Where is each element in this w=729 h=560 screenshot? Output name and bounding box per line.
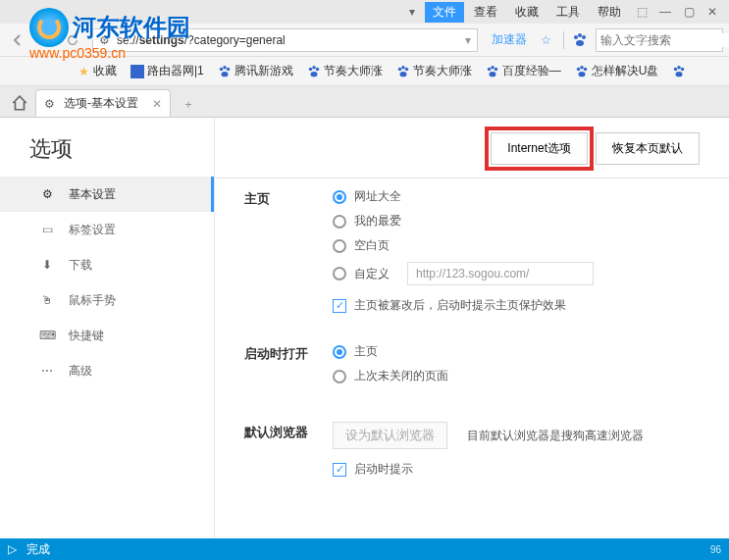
minimize-icon[interactable]: ― xyxy=(657,4,673,20)
bookmarks-bar: ★收藏 路由器网|1 腾讯新游戏 节奏大师涨 节奏大师涨 百度经验— 怎样解决U… xyxy=(0,57,729,86)
sidebar: ⚙基本设置 ▭标签设置 ⬇下载 🖱鼠标手势 ⌨快捷键 ⋯高级 xyxy=(0,118,214,547)
sidebar-item-shortcuts[interactable]: ⌨快捷键 xyxy=(0,318,214,353)
bookmark-item[interactable]: 百度经验— xyxy=(486,63,561,79)
sidebar-item-download[interactable]: ⬇下载 xyxy=(0,247,214,282)
section-label: 主页 xyxy=(244,188,333,314)
menu-favorites[interactable]: 收藏 xyxy=(507,2,547,23)
tab-settings[interactable]: ⚙ 选项-基本设置 ✕ xyxy=(35,89,171,117)
search-input[interactable] xyxy=(600,33,729,47)
app-icon[interactable]: ⬚ xyxy=(634,4,650,20)
home-button[interactable] xyxy=(6,89,33,117)
internet-options-button[interactable]: Internet选项 xyxy=(491,132,588,165)
favorites-label[interactable]: ★收藏 xyxy=(78,63,117,79)
menu-tools[interactable]: 工具 xyxy=(548,2,588,23)
section-startup: 启动时打开 主页 上次未关闭的页面 xyxy=(244,343,709,392)
bookmark-item[interactable]: 节奏大师涨 xyxy=(307,63,383,79)
svg-point-16 xyxy=(488,67,492,71)
default-status: 目前默认浏览器是搜狗高速浏览器 xyxy=(467,428,644,444)
radio-startup-last[interactable] xyxy=(333,370,346,383)
svg-point-1 xyxy=(578,33,582,37)
status-bar: ▷ 完成 96 xyxy=(0,538,729,560)
menu-bar: ▾ 文件 查看 收藏 工具 帮助 ⬚ ― ▢ ✕ xyxy=(0,0,729,24)
section-label: 启动时打开 xyxy=(244,343,333,392)
sidebar-item-advanced[interactable]: ⋯高级 xyxy=(0,353,214,388)
sidebar-item-basic[interactable]: ⚙基本设置 xyxy=(0,177,214,212)
bookmark-item[interactable]: 节奏大师涨 xyxy=(396,63,472,79)
sidebar-item-gestures[interactable]: 🖱鼠标手势 xyxy=(0,282,214,318)
svg-point-11 xyxy=(310,72,317,76)
svg-point-9 xyxy=(312,65,316,69)
svg-point-22 xyxy=(584,67,588,71)
svg-point-3 xyxy=(576,40,584,46)
svg-point-13 xyxy=(401,65,405,69)
bookmark-item[interactable] xyxy=(672,65,686,78)
sidebar-item-label: 下载 xyxy=(69,257,92,274)
star-icon: ★ xyxy=(78,65,89,78)
gear-icon: ⚙ xyxy=(44,97,58,111)
svg-point-5 xyxy=(223,65,227,69)
menu-help[interactable]: 帮助 xyxy=(590,2,629,23)
keyboard-icon: ⌨ xyxy=(39,328,55,343)
svg-point-14 xyxy=(405,67,409,71)
advanced-icon: ⋯ xyxy=(39,363,55,379)
back-button[interactable] xyxy=(6,28,29,52)
paw-icon xyxy=(218,65,232,78)
new-tab-button[interactable]: + xyxy=(177,93,200,117)
svg-point-4 xyxy=(220,67,224,71)
accelerator-link[interactable]: 加速器 xyxy=(492,31,527,48)
svg-point-0 xyxy=(574,35,578,39)
radio-startup-home[interactable] xyxy=(333,345,346,359)
radio-homepage-all[interactable] xyxy=(333,190,346,204)
address-bar[interactable]: ⚙ se://settings/?category=general ▾ xyxy=(92,28,478,52)
paw-icon[interactable] xyxy=(572,32,588,48)
radio-label: 空白页 xyxy=(354,237,390,254)
url-dropdown-icon[interactable]: ▾ xyxy=(465,33,471,47)
radio-homepage-custom[interactable] xyxy=(333,267,346,280)
svg-point-12 xyxy=(398,67,402,71)
checkbox-protect[interactable]: ✓ xyxy=(333,299,346,313)
svg-point-7 xyxy=(221,72,228,76)
svg-point-23 xyxy=(578,72,585,76)
svg-point-17 xyxy=(491,65,495,69)
svg-point-26 xyxy=(681,67,685,71)
bookmark-item[interactable]: 怎样解决U盘 xyxy=(575,63,659,79)
toolbar: ⚙ se://settings/?category=general ▾ 加速器 … xyxy=(0,24,729,57)
dropdown-icon[interactable]: ▾ xyxy=(404,4,420,20)
mouse-icon: 🖱 xyxy=(39,292,55,308)
paw-icon xyxy=(307,65,321,78)
svg-point-27 xyxy=(676,72,683,76)
set-default-button[interactable]: 设为默认浏览器 xyxy=(333,422,447,449)
svg-point-24 xyxy=(674,67,678,71)
reload-button[interactable] xyxy=(61,28,84,52)
play-icon[interactable]: ▷ xyxy=(8,542,17,556)
radio-label: 网址大全 xyxy=(354,188,401,205)
tabs-bar: ⚙ 选项-基本设置 ✕ + xyxy=(0,86,729,118)
menu-view[interactable]: 查看 xyxy=(466,2,505,23)
bookmark-item[interactable]: 腾讯新游戏 xyxy=(218,63,293,79)
maximize-icon[interactable]: ▢ xyxy=(681,4,697,20)
radio-homepage-blank[interactable] xyxy=(333,239,346,253)
sidebar-item-tabs[interactable]: ▭标签设置 xyxy=(0,212,214,247)
custom-url-input[interactable] xyxy=(407,262,594,285)
tab-close-icon[interactable]: ✕ xyxy=(152,97,162,111)
status-text: 完成 xyxy=(26,541,50,558)
content: ⚙基本设置 ▭标签设置 ⬇下载 🖱鼠标手势 ⌨快捷键 ⋯高级 主页 网址大全 我… xyxy=(0,118,729,547)
favorite-star-icon[interactable]: ☆ xyxy=(541,33,551,47)
checkbox-startup-prompt[interactable]: ✓ xyxy=(333,463,346,477)
restore-defaults-button[interactable]: 恢复本页默认 xyxy=(596,132,700,165)
radio-homepage-fav[interactable] xyxy=(333,215,346,229)
menu-file[interactable]: 文件 xyxy=(425,2,464,23)
status-percent: 96 xyxy=(710,544,721,555)
svg-point-8 xyxy=(309,67,313,71)
close-icon[interactable]: ✕ xyxy=(704,4,720,20)
main-panel: 主页 网址大全 我的最爱 空白页 自定义 ✓主页被篡改后，启动时提示主页保护效果… xyxy=(214,118,729,547)
search-box[interactable]: 🔍 xyxy=(596,28,723,52)
svg-point-15 xyxy=(399,72,406,76)
bookmark-icon xyxy=(130,65,144,78)
tab-icon: ▭ xyxy=(39,222,55,237)
forward-button[interactable] xyxy=(33,28,57,52)
sidebar-item-label: 鼠标手势 xyxy=(69,292,116,309)
url-text: se://settings/?category=general xyxy=(117,33,465,47)
bookmark-item[interactable]: 路由器网|1 xyxy=(130,63,204,79)
paw-icon xyxy=(486,65,499,78)
